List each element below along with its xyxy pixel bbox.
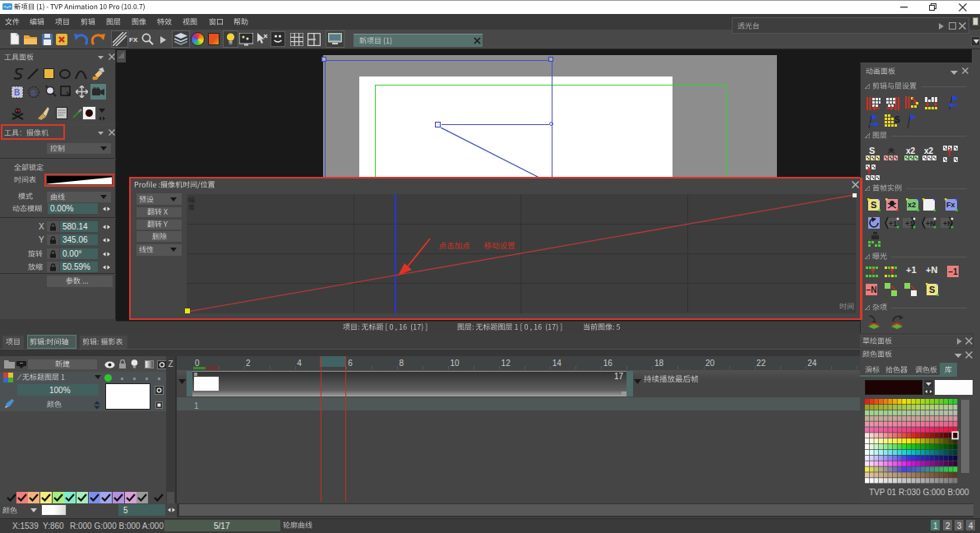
svg-text:+1: +1 — [905, 220, 913, 228]
svg-text:−N: −N — [867, 285, 877, 294]
svg-text:S: S — [929, 285, 935, 294]
svg-text:+1: +1 — [889, 220, 897, 228]
svg-text:S: S — [31, 89, 36, 97]
svg-text:x2: x2 — [908, 201, 916, 209]
svg-text:x2: x2 — [924, 146, 934, 155]
svg-text:S: S — [869, 146, 875, 155]
svg-text:S: S — [871, 200, 876, 210]
svg-text:B: B — [14, 88, 20, 97]
svg-text:Fx: Fx — [946, 201, 955, 209]
svg-text:−1: −1 — [949, 267, 959, 276]
svg-text:S: S — [894, 115, 900, 124]
svg-text:x2: x2 — [906, 146, 916, 155]
